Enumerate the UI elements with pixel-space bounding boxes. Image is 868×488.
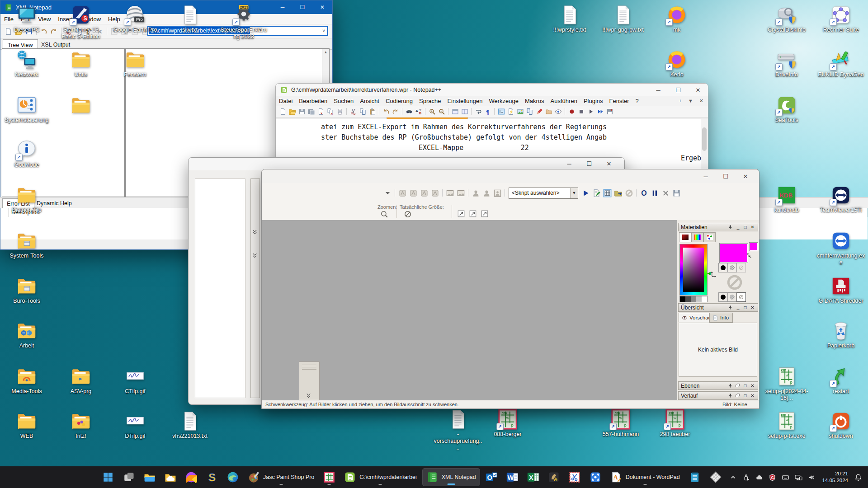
- tab-color-gradient[interactable]: [679, 232, 691, 242]
- notepadpp-button[interactable]: G:\cmh\wprdaten\arbei: [340, 468, 420, 486]
- maximize-icon[interactable]: □: [742, 305, 748, 310]
- snip-button[interactable]: [565, 468, 584, 486]
- no-fill-button-2[interactable]: [736, 292, 746, 302]
- frame-app-button[interactable]: [586, 468, 605, 486]
- person-icon[interactable]: [470, 188, 481, 198]
- null-circle-icon[interactable]: [623, 188, 634, 198]
- keyboard-icon[interactable]: [779, 468, 792, 486]
- zoom-tool-icon[interactable]: [380, 210, 388, 218]
- desktop-icon-euklid-dynageo[interactable]: ↗EUKLID DynaGeo: [817, 49, 865, 78]
- cut-icon[interactable]: [349, 107, 358, 116]
- macro-save-icon[interactable]: [605, 107, 614, 116]
- close-x-icon[interactable]: [660, 188, 671, 198]
- pin-icon[interactable]: [728, 393, 734, 398]
- desktop-icon-starmoney-13-basic-s-edition[interactable]: S↗StarMoney 13 Basic S-Edition: [57, 5, 105, 40]
- desktop-icon-setup-p-tst-exe[interactable]: cmwpsetup-p-tst.exe: [763, 411, 811, 440]
- image-frame-icon[interactable]: [455, 188, 466, 198]
- scrollbar-fragment[interactable]: [299, 361, 320, 400]
- tool-ghost-icon[interactable]: [419, 188, 429, 198]
- edge-button[interactable]: [223, 468, 242, 486]
- tool-ghost-icon[interactable]: [408, 188, 419, 198]
- menubar-extra[interactable]: +: [679, 98, 681, 104]
- foreground-color-mini[interactable]: [749, 242, 758, 251]
- desktop-icon-teamviewer15ti[interactable]: ↗TeamViewer15Ti: [817, 185, 865, 214]
- record-o-icon[interactable]: O: [638, 188, 649, 198]
- desktop-icon-kerio[interactable]: ↗Kerio: [653, 49, 701, 78]
- desktop-icon-557-huthmann[interactable]: cmwp↗557-huthmann: [597, 409, 645, 438]
- paste-icon[interactable]: [368, 107, 377, 116]
- desktop-icon-fenstern[interactable]: Fenstern: [111, 49, 159, 78]
- firefox-button[interactable]: [182, 468, 201, 486]
- printer-icon[interactable]: [335, 107, 344, 116]
- menu-fenster[interactable]: Fenster: [606, 97, 632, 105]
- pen-red-icon[interactable]: [535, 107, 543, 116]
- doc-close-icon[interactable]: x: [316, 107, 325, 116]
- desktop-icon-netzwerk[interactable]: Netzwerk: [3, 49, 51, 78]
- word-button[interactable]: W: [503, 468, 522, 486]
- image-frame-icon[interactable]: [444, 188, 455, 198]
- minimize-icon[interactable]: ─: [559, 158, 579, 169]
- grid-active-icon[interactable]: [602, 188, 613, 198]
- export-folder-icon[interactable]: [613, 188, 623, 198]
- close-icon[interactable]: ✕: [750, 383, 755, 388]
- desktop-icon-setup-p-2024-04-16[interactable]: cmwpsetup-p[2024-04-16]...: [763, 366, 811, 402]
- pause-bars-icon[interactable]: [649, 188, 660, 198]
- desktop-icon-untis[interactable]: Untis: [57, 49, 105, 78]
- desktop-icon-298-taeuber[interactable]: cmwp↗298 taeuber: [651, 409, 699, 438]
- speaker-icon[interactable]: [806, 468, 818, 486]
- color-button[interactable]: [718, 263, 728, 272]
- s-app-button[interactable]: S: [203, 468, 222, 486]
- tax-app-button[interactable]: 21: [544, 468, 563, 486]
- maximize-icon[interactable]: □: [742, 225, 748, 230]
- desktop-icon-steuersparerkl-rung-2023[interactable]: 2023↗SteuerSparErklärung 2023: [220, 5, 268, 40]
- find-icon[interactable]: [405, 107, 413, 116]
- no-fill-button[interactable]: [736, 263, 746, 272]
- desktop-icon-kundendb[interactable]: KDB↗kundendb: [763, 185, 811, 214]
- start-button[interactable]: [99, 468, 118, 486]
- desktop-icon-g-data-shredder[interactable]: G DATA Shredder: [817, 276, 865, 305]
- tab-vorschau[interactable]: Vorschau: [679, 313, 709, 323]
- full-size-icon[interactable]: [481, 210, 489, 218]
- eye-icon[interactable]: [554, 107, 562, 116]
- replace-icon[interactable]: AB: [414, 107, 423, 116]
- desktop-icon-google-earth-pro[interactable]: Pro↗Google Earth Pro: [111, 5, 159, 33]
- wrap-icon[interactable]: [474, 107, 482, 116]
- play-icon[interactable]: [586, 107, 595, 116]
- desktop-icon-vhs221013-txt[interactable]: vhs221013.txt: [166, 411, 214, 440]
- desktop-icon-driveinfo[interactable]: ↗DriveInfo: [763, 49, 811, 78]
- desktop-icon-asv-prg[interactable]: ASV-prg: [57, 366, 105, 395]
- close-icon[interactable]: ✕: [599, 158, 619, 169]
- desktop-icon-dietrich-tilp[interactable]: Dietrich Tilp: [3, 185, 51, 214]
- floppy-gray-icon[interactable]: [671, 188, 682, 198]
- desktop-icon-papierkorb[interactable]: Papierkorb: [817, 320, 865, 349]
- maximize-icon[interactable]: □: [742, 393, 748, 398]
- cloud-icon[interactable]: [753, 468, 765, 486]
- notification-bell-icon[interactable]: [852, 468, 864, 486]
- wordpad-button[interactable]: ADokument - WordPad: [607, 468, 684, 486]
- file-explorer-button[interactable]: [140, 468, 159, 486]
- task-view-button[interactable]: [119, 468, 138, 486]
- minimize-icon[interactable]: ─: [696, 170, 716, 182]
- desktop-icon-media-tools[interactable]: Media-Tools: [3, 366, 51, 395]
- tab-info[interactable]: Info: [709, 313, 733, 323]
- folder-cloud-button[interactable]: [161, 468, 180, 486]
- pin-icon[interactable]: [728, 305, 734, 310]
- script-pen-icon[interactable]: [591, 188, 602, 198]
- desktop-icon-web[interactable]: WEB: [3, 411, 51, 440]
- menu-makros[interactable]: Makros: [522, 97, 547, 105]
- materialien-panel-header[interactable]: Materialien _□✕: [678, 223, 758, 231]
- monitor-icon[interactable]: [793, 468, 805, 486]
- minimize-icon[interactable]: _: [735, 305, 741, 310]
- maximize-icon[interactable]: □: [742, 383, 748, 388]
- desktop-icon-crystaldiskinfo[interactable]: ↗CrystalDiskInfo: [763, 5, 811, 33]
- swap-colors-icon[interactable]: [746, 253, 752, 259]
- record-icon[interactable]: [567, 107, 576, 116]
- desktop-icon-ctilp-gif[interactable]: CTilp.gif: [111, 366, 159, 395]
- desktop-icon-vorschaupruefung[interactable]: -vorschaupruefung....: [434, 409, 482, 451]
- floppy-all-icon[interactable]: [307, 107, 316, 116]
- menu-codierung[interactable]: Codierung: [382, 97, 416, 105]
- desktop-icon-dieser-pc[interactable]: Dieser PC: [3, 5, 51, 33]
- grayscale-strip[interactable]: [679, 296, 708, 302]
- jasc-paint-shop-pro-button[interactable]: Jasc Paint Shop Pro: [244, 468, 318, 486]
- desktop-icon-restart[interactable]: ↗restart: [817, 366, 865, 395]
